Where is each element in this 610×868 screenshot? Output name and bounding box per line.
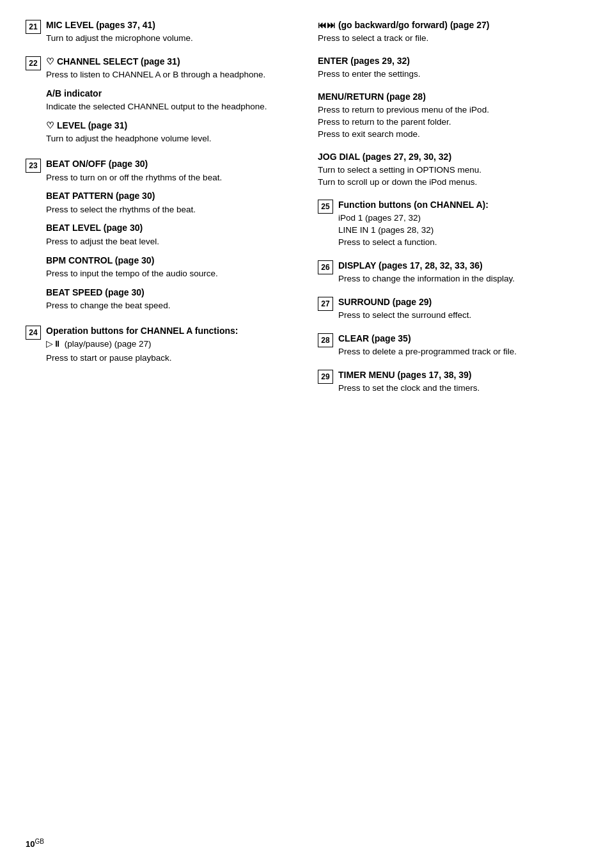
item-22: 22 ♡ CHANNEL SELECT (page 31) Press to l… bbox=[26, 56, 292, 149]
item-desc-28: Press to delete a pre-programmed track o… bbox=[338, 346, 584, 358]
sub-desc-level: Turn to adjust the headphone volume leve… bbox=[46, 133, 292, 145]
sub-bpm-control: BPM CONTROL (page 30) Press to input the… bbox=[46, 255, 292, 280]
item-title-28: CLEAR (page 35) bbox=[338, 333, 584, 344]
item-title-27: SURROUND (page 29) bbox=[338, 296, 584, 308]
item-menu-return: MENU/RETURN (page 28) Press to return to… bbox=[318, 91, 584, 141]
item-number-29: 29 bbox=[318, 370, 333, 384]
item-title-29: TIMER MENU (pages 17, 38, 39) bbox=[338, 369, 584, 381]
item-24: 24 Operation buttons for CHANNEL A funct… bbox=[26, 325, 292, 367]
item-27: 27 SURROUND (page 29) Press to select th… bbox=[318, 296, 584, 324]
item-content-25: Function buttons (on CHANNEL A): iPod 1 … bbox=[338, 199, 584, 251]
item-content-28: CLEAR (page 35) Press to delete a pre-pr… bbox=[338, 333, 584, 360]
item-23: 23 BEAT ON/OFF (page 30) Press to turn o… bbox=[26, 158, 292, 315]
item-21: 21 MIC LEVEL (pages 37, 41) Turn to adju… bbox=[26, 19, 292, 47]
item-title-25: Function buttons (on CHANNEL A): bbox=[338, 199, 584, 210]
sub-beat-pattern: BEAT PATTERN (page 30) Press to select t… bbox=[46, 190, 292, 216]
item-title-21: MIC LEVEL (pages 37, 41) bbox=[46, 19, 292, 31]
item-desc-26: Press to change the information in the d… bbox=[338, 273, 584, 285]
title-enter: ENTER (pages 29, 32) bbox=[318, 55, 584, 67]
item-content-22: ♡ CHANNEL SELECT (page 31) Press to list… bbox=[46, 56, 292, 149]
item-number-26: 26 bbox=[318, 260, 333, 274]
item-number-21: 21 bbox=[26, 20, 41, 34]
sub-title-beat-pattern: BEAT PATTERN (page 30) bbox=[46, 190, 292, 201]
item-desc-24b: Press to start or pause playback. bbox=[46, 352, 292, 365]
item-desc-24a: ▷⏸ (play/pause) (page 27) bbox=[46, 338, 292, 351]
item-desc-23: Press to turn on or off the rhythms of t… bbox=[46, 172, 292, 184]
item-desc-25: iPod 1 (pages 27, 32)LINE IN 1 (pages 28… bbox=[338, 212, 584, 249]
item-29: 29 TIMER MENU (pages 17, 38, 39) Press t… bbox=[318, 369, 584, 397]
desc-go-backward: Press to select a track or file. bbox=[318, 33, 584, 45]
sub-title-beat-speed: BEAT SPEED (page 30) bbox=[46, 287, 292, 298]
title-menu-return: MENU/RETURN (page 28) bbox=[318, 91, 584, 102]
item-enter: ENTER (pages 29, 32) Press to enter the … bbox=[318, 55, 584, 81]
desc-jog-dial: Turn to select a setting in OPTIONS menu… bbox=[318, 164, 584, 189]
sub-desc-beat-pattern: Press to select the rhythms of the beat. bbox=[46, 204, 292, 216]
item-title-24: Operation buttons for CHANNEL A function… bbox=[46, 325, 292, 336]
desc-menu-return: Press to return to previous menu of the … bbox=[318, 104, 584, 141]
item-title-23: BEAT ON/OFF (page 30) bbox=[46, 158, 292, 170]
item-go-backward: ⏮⏭ (go backward/go forward) (page 27) Pr… bbox=[318, 19, 584, 45]
sub-desc-beat-level: Press to adjust the beat level. bbox=[46, 236, 292, 248]
item-content-29: TIMER MENU (pages 17, 38, 39) Press to s… bbox=[338, 369, 584, 397]
sub-title-level: ♡ LEVEL (page 31) bbox=[46, 120, 292, 131]
title-go-backward: ⏮⏭ (go backward/go forward) (page 27) bbox=[318, 19, 584, 31]
sub-desc-ab: Indicate the selected CHANNEL output to … bbox=[46, 101, 292, 113]
item-content-27: SURROUND (page 29) Press to select the s… bbox=[338, 296, 584, 324]
sub-ab-indicator: A/B indicator Indicate the selected CHAN… bbox=[46, 88, 292, 113]
page-content: 21 MIC LEVEL (pages 37, 41) Turn to adju… bbox=[26, 19, 584, 406]
item-28: 28 CLEAR (page 35) Press to delete a pre… bbox=[318, 333, 584, 360]
item-content-24: Operation buttons for CHANNEL A function… bbox=[46, 325, 292, 367]
sub-title-ab: A/B indicator bbox=[46, 88, 292, 99]
sub-level: ♡ LEVEL (page 31) Turn to adjust the hea… bbox=[46, 120, 292, 145]
item-number-22: 22 bbox=[26, 56, 41, 70]
item-number-24: 24 bbox=[26, 326, 41, 340]
item-desc-21: Turn to adjust the microphone volume. bbox=[46, 33, 292, 45]
item-number-27: 27 bbox=[318, 297, 333, 311]
item-content-26: DISPLAY (pages 17, 28, 32, 33, 36) Press… bbox=[338, 260, 584, 287]
item-content-23: BEAT ON/OFF (page 30) Press to turn on o… bbox=[46, 158, 292, 315]
page-number: 10 bbox=[26, 839, 35, 849]
sub-title-bpm: BPM CONTROL (page 30) bbox=[46, 255, 292, 266]
item-number-23: 23 bbox=[26, 159, 41, 173]
item-26: 26 DISPLAY (pages 17, 28, 32, 33, 36) Pr… bbox=[318, 260, 584, 287]
item-number-28: 28 bbox=[318, 333, 333, 347]
item-number-25: 25 bbox=[318, 200, 333, 214]
page-footer: 10GB bbox=[26, 838, 44, 849]
item-desc-27: Press to select the surround effect. bbox=[338, 310, 584, 322]
item-desc-29: Press to set the clock and the timers. bbox=[338, 383, 584, 395]
sub-beat-speed: BEAT SPEED (page 30) Press to change the… bbox=[46, 287, 292, 312]
item-content-21: MIC LEVEL (pages 37, 41) Turn to adjust … bbox=[46, 19, 292, 47]
right-column: ⏮⏭ (go backward/go forward) (page 27) Pr… bbox=[305, 19, 584, 406]
sub-beat-level: BEAT LEVEL (page 30) Press to adjust the… bbox=[46, 222, 292, 248]
item-25: 25 Function buttons (on CHANNEL A): iPod… bbox=[318, 199, 584, 251]
left-column: 21 MIC LEVEL (pages 37, 41) Turn to adju… bbox=[26, 19, 305, 406]
sub-desc-bpm: Press to input the tempo of the audio so… bbox=[46, 268, 292, 280]
page-superscript: GB bbox=[35, 838, 43, 845]
item-jog-dial: JOG DIAL (pages 27, 29, 30, 32) Turn to … bbox=[318, 151, 584, 189]
sub-title-beat-level: BEAT LEVEL (page 30) bbox=[46, 222, 292, 233]
title-jog-dial: JOG DIAL (pages 27, 29, 30, 32) bbox=[318, 151, 584, 162]
sub-desc-beat-speed: Press to change the beat speed. bbox=[46, 300, 292, 312]
item-title-22: ♡ CHANNEL SELECT (page 31) bbox=[46, 56, 292, 67]
desc-enter: Press to enter the settings. bbox=[318, 68, 584, 81]
item-title-26: DISPLAY (pages 17, 28, 32, 33, 36) bbox=[338, 260, 584, 271]
item-desc-22: Press to listen to CHANNEL A or B throug… bbox=[46, 69, 292, 81]
